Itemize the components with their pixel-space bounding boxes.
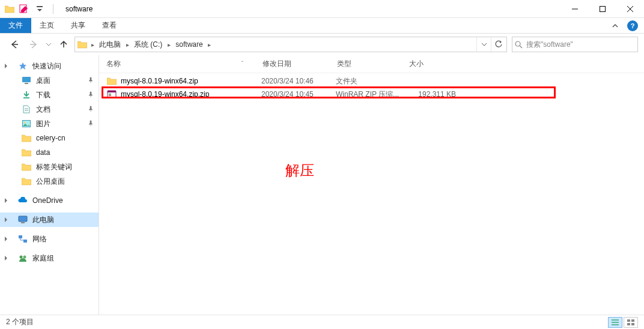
crumb-this-pc[interactable]: 此电脑 [97, 37, 123, 52]
ribbon-tab-home[interactable]: 主页 [31, 18, 62, 33]
pin-icon [88, 91, 94, 99]
file-row[interactable]: mysql-8.0.19-winx64.zip.zip 2020/3/24 10… [99, 88, 644, 101]
sidebar-label: 网络 [32, 234, 47, 244]
folder-icon [106, 76, 117, 86]
nav-forward-button[interactable] [25, 36, 42, 53]
nav-back-button[interactable] [6, 36, 23, 53]
window-title: software [61, 5, 93, 13]
sidebar-item-onedrive[interactable]: OneDrive [0, 193, 99, 208]
title-divider [53, 4, 53, 14]
onedrive-icon [18, 196, 28, 205]
folder-icon [22, 148, 31, 157]
svg-rect-32 [631, 319, 634, 322]
sidebar-label: 此电脑 [32, 215, 54, 225]
file-name: mysql-8.0.19-winx64.zip.zip [121, 90, 261, 98]
crumb-sep-icon[interactable]: ▸ [165, 41, 173, 48]
sidebar-item-public-desktop[interactable]: 公用桌面 [0, 174, 99, 189]
column-header-type[interactable]: 类型 [330, 59, 402, 69]
documents-icon [22, 104, 31, 114]
sidebar-item-pictures[interactable]: 图片 [0, 116, 99, 131]
sidebar-label: 图片 [36, 119, 50, 129]
file-date: 2020/3/24 10:46 [261, 77, 336, 85]
column-header-date[interactable]: 修改日期 [255, 59, 330, 69]
file-row[interactable]: mysql-8.0.19-winx64.zip 2020/3/24 10:46 … [99, 74, 644, 88]
folder-icon [22, 177, 31, 186]
sidebar-label: 家庭组 [32, 253, 54, 264]
file-type: WinRAR ZIP 压缩... [336, 89, 408, 100]
status-bar: 2 个项目 [0, 315, 644, 329]
maximize-button[interactable] [589, 0, 616, 18]
crumb-software[interactable]: software [173, 37, 205, 52]
column-header-size[interactable]: 大小 [402, 59, 456, 69]
address-bar[interactable]: ▸ 此电脑 ▸ 系统 (C:) ▸ software ▸ [74, 37, 507, 52]
sidebar-item-data[interactable]: data [0, 145, 99, 160]
nav-up-button[interactable] [55, 36, 72, 53]
view-details-button[interactable] [608, 317, 622, 328]
status-item-count: 2 个项目 [6, 317, 34, 327]
svg-point-8 [515, 41, 520, 46]
svg-rect-10 [22, 77, 31, 82]
svg-rect-11 [25, 83, 28, 84]
crumb-sep-icon[interactable]: ▸ [205, 41, 214, 48]
crumb-sep-icon[interactable]: ▸ [88, 41, 97, 48]
this-pc-icon [18, 215, 28, 225]
ribbon-tab-view[interactable]: 查看 [94, 18, 125, 33]
sidebar-item-quick-access[interactable]: 快速访问 [0, 59, 99, 73]
file-size: 192,311 KB [408, 90, 462, 98]
sidebar-label: OneDrive [32, 196, 63, 205]
svg-rect-19 [19, 235, 22, 238]
svg-rect-25 [109, 94, 111, 95]
nav-history-dropdown[interactable] [44, 42, 53, 47]
crumb-drive-c[interactable]: 系统 (C:) [132, 37, 165, 52]
file-name: mysql-8.0.19-winx64.zip [121, 77, 261, 85]
sidebar-item-tags[interactable]: 标签关键词 [0, 160, 99, 174]
sidebar-label: 桌面 [36, 76, 50, 86]
svg-line-9 [520, 46, 522, 48]
qat-dropdown-icon[interactable] [34, 2, 46, 16]
search-input[interactable]: 搜索"software" [512, 37, 638, 52]
ribbon-tab-file[interactable]: 文件 [0, 18, 31, 33]
address-dropdown-icon[interactable] [476, 37, 491, 52]
sidebar-label: 公用桌面 [36, 177, 65, 187]
folder-icon [22, 133, 31, 143]
view-icons-button[interactable] [624, 317, 638, 328]
column-header-name[interactable]: 名称ˆ [99, 59, 255, 69]
svg-point-21 [20, 256, 23, 259]
search-icon [515, 41, 523, 49]
file-date: 2020/3/24 10:45 [261, 90, 336, 98]
ribbon-collapse-icon[interactable] [609, 20, 621, 32]
ribbon-tab-share[interactable]: 共享 [62, 18, 94, 33]
pin-icon [88, 76, 94, 85]
help-icon[interactable]: ? [627, 20, 638, 31]
nav-bar: ▸ 此电脑 ▸ 系统 (C:) ▸ software ▸ 搜索"software… [0, 34, 644, 55]
sidebar-item-celery[interactable]: celery-cn [0, 131, 99, 145]
sidebar-label: 文档 [36, 104, 50, 115]
annotation-text: 解压 [285, 161, 314, 180]
pin-icon [88, 119, 94, 128]
nav-pane: 快速访问 桌面 下载 文档 图片 celery-cn data [0, 55, 99, 315]
network-icon [18, 234, 28, 244]
svg-point-16 [24, 122, 26, 124]
sidebar-item-downloads[interactable]: 下载 [0, 88, 99, 102]
crumb-sep-icon[interactable]: ▸ [123, 41, 132, 48]
sidebar-item-this-pc[interactable]: 此电脑 [0, 213, 99, 227]
svg-rect-27 [109, 97, 111, 98]
address-refresh-icon[interactable] [491, 37, 505, 52]
desktop-icon [22, 76, 31, 85]
homegroup-icon [18, 253, 28, 263]
zip-icon [106, 89, 117, 100]
minimize-button[interactable] [561, 0, 589, 18]
svg-rect-24 [108, 91, 116, 92]
sidebar-item-network[interactable]: 网络 [0, 232, 99, 246]
svg-rect-3 [600, 6, 606, 11]
close-button[interactable] [616, 0, 644, 18]
sidebar-item-homegroup[interactable]: 家庭组 [0, 251, 99, 265]
qat-properties-icon[interactable] [18, 2, 30, 16]
sidebar-item-desktop[interactable]: 桌面 [0, 73, 99, 88]
sidebar-label: 标签关键词 [36, 162, 72, 172]
downloads-icon [22, 90, 31, 100]
address-folder-icon [76, 40, 88, 49]
file-list: mysql-8.0.19-winx64.zip 2020/3/24 10:46 … [99, 73, 644, 101]
sidebar-item-documents[interactable]: 文档 [0, 102, 99, 116]
sidebar-label: 下载 [36, 90, 50, 100]
